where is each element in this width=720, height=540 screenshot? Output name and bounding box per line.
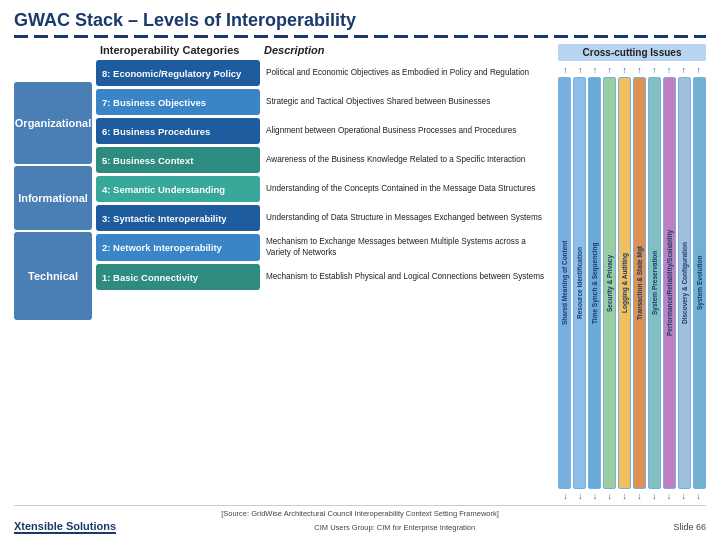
logo-text: Xtensible Solutions <box>14 520 116 534</box>
cross-col-2: Resource Identification <box>573 77 586 489</box>
arrow-down-5: ↓ <box>622 491 627 501</box>
cross-cutting-title: Cross-cutting Issues <box>558 44 706 61</box>
desc-box-level-6: Alignment between Operational Business P… <box>260 118 552 144</box>
cat-box-level-6: 6: Business Procedures <box>96 118 260 144</box>
footer: [Source: GridWise Architectural Council … <box>14 505 706 534</box>
cross-col-8: Performance/Reliability/Scalability <box>663 77 676 489</box>
left-section: Organizational Informational Technical I… <box>14 44 552 501</box>
arrow-up-3: ↑ <box>593 65 598 75</box>
table-row: 7: Business ObjectivesStrategic and Tact… <box>96 89 552 115</box>
logo-block: Xtensible Solutions <box>14 520 116 534</box>
table-row: 3: Syntactic InteroperabilityUnderstandi… <box>96 205 552 231</box>
cross-col-3: Time Synch & Sequencing <box>588 77 601 489</box>
cross-col-text-3: Time Synch & Sequencing <box>588 77 601 489</box>
page-title: GWAC Stack – Levels of Interoperability <box>14 10 706 31</box>
cross-col-text-9: Discovery & Configuration <box>678 77 691 489</box>
arrow-down-4: ↓ <box>608 491 613 501</box>
col-desc-header: Description <box>264 44 552 56</box>
cross-col-text-4: Security & Privacy <box>603 77 616 489</box>
col-cat-header: Interoperability Categories <box>96 44 264 56</box>
cat-box-level-8: 8: Economic/Regulatory Policy <box>96 60 260 86</box>
source-text: [Source: GridWise Architectural Council … <box>14 509 706 518</box>
arrow-up-7: ↑ <box>652 65 657 75</box>
cross-col-4: Security & Privacy <box>603 77 616 489</box>
table-row: 2: Network InteroperabilityMechanism to … <box>96 234 552 261</box>
arrow-down-7: ↓ <box>652 491 657 501</box>
cross-col-9: Discovery & Configuration <box>678 77 691 489</box>
desc-box-level-1: Mechanism to Establish Physical and Logi… <box>260 264 552 290</box>
org-label-technical: Technical <box>14 232 92 320</box>
desc-box-level-3: Understanding of Data Structure in Messa… <box>260 205 552 231</box>
arrow-down-10: ↓ <box>696 491 701 501</box>
desc-box-level-4: Understanding of the Concepts Contained … <box>260 176 552 202</box>
arrow-up-5: ↑ <box>622 65 627 75</box>
cross-arrows-top: ↑ ↑ ↑ ↑ ↑ ↑ ↑ ↑ ↑ ↑ <box>558 65 706 75</box>
table-row: 4: Semantic UnderstandingUnderstanding o… <box>96 176 552 202</box>
slide-number: Slide 66 <box>673 522 706 532</box>
cat-box-level-1: 1: Basic Connectivity <box>96 264 260 290</box>
table-row: 5: Business ContextAwareness of the Busi… <box>96 147 552 173</box>
cross-cols: Shared Meaning of ContentResource Identi… <box>558 77 706 489</box>
cross-col-text-8: Performance/Reliability/Scalability <box>663 77 676 489</box>
table-row: 1: Basic ConnectivityMechanism to Establ… <box>96 264 552 290</box>
arrow-down-6: ↓ <box>637 491 642 501</box>
desc-box-level-8: Political and Economic Objectives as Emb… <box>260 60 552 86</box>
right-section: Cross-cutting Issues ↑ ↑ ↑ ↑ ↑ ↑ ↑ ↑ ↑ ↑… <box>558 44 706 501</box>
cross-col-text-1: Shared Meaning of Content <box>558 77 571 489</box>
footer-bottom: Xtensible Solutions CIM Users Group: CIM… <box>14 520 706 534</box>
title-underline <box>14 35 706 38</box>
cat-box-level-2: 2: Network Interoperability <box>96 234 260 261</box>
table-row: 8: Economic/Regulatory PolicyPolitical a… <box>96 60 552 86</box>
cross-col-text-5: Logging & Auditing <box>618 77 631 489</box>
arrow-down-1: ↓ <box>563 491 568 501</box>
arrow-up-10: ↑ <box>696 65 701 75</box>
arrow-up-1: ↑ <box>563 65 568 75</box>
cross-col-7: System Preservation <box>648 77 661 489</box>
cat-box-level-5: 5: Business Context <box>96 147 260 173</box>
desc-box-level-5: Awareness of the Business Knowledge Rela… <box>260 147 552 173</box>
main-content: Organizational Informational Technical I… <box>14 44 706 501</box>
arrow-up-8: ↑ <box>667 65 672 75</box>
arrow-down-2: ↓ <box>578 491 583 501</box>
desc-box-level-7: Strategic and Tactical Objectives Shared… <box>260 89 552 115</box>
arrow-down-9: ↓ <box>682 491 687 501</box>
table-row: 6: Business ProceduresAlignment between … <box>96 118 552 144</box>
cat-box-level-4: 4: Semantic Understanding <box>96 176 260 202</box>
cross-col-6: Transaction & State Mgt <box>633 77 646 489</box>
cross-col-5: Logging & Auditing <box>618 77 631 489</box>
org-label-informational: Informational <box>14 166 92 230</box>
cat-box-level-7: 7: Business Objectives <box>96 89 260 115</box>
arrow-down-8: ↓ <box>667 491 672 501</box>
cat-box-level-3: 3: Syntactic Interoperability <box>96 205 260 231</box>
cim-text: CIM Users Group: CIM for Enterprise Inte… <box>314 523 475 532</box>
table-section: Interoperability Categories Description … <box>96 44 552 501</box>
cross-col-1: Shared Meaning of Content <box>558 77 571 489</box>
arrow-up-2: ↑ <box>578 65 583 75</box>
cross-arrows-bottom: ↓ ↓ ↓ ↓ ↓ ↓ ↓ ↓ ↓ ↓ <box>558 491 706 501</box>
cross-col-10: System Evolution <box>693 77 706 489</box>
table-rows: 8: Economic/Regulatory PolicyPolitical a… <box>96 60 552 293</box>
cross-col-text-2: Resource Identification <box>573 77 586 489</box>
arrow-up-9: ↑ <box>682 65 687 75</box>
org-labels: Organizational Informational Technical <box>14 82 92 501</box>
desc-box-level-2: Mechanism to Exchange Messages between M… <box>260 234 552 261</box>
cross-col-text-10: System Evolution <box>693 77 706 489</box>
page: GWAC Stack – Levels of Interoperability … <box>0 0 720 540</box>
org-label-organizational: Organizational <box>14 82 92 164</box>
arrow-up-4: ↑ <box>608 65 613 75</box>
cross-col-text-6: Transaction & State Mgt <box>633 77 646 489</box>
table-header: Interoperability Categories Description <box>96 44 552 56</box>
arrow-up-6: ↑ <box>637 65 642 75</box>
cross-col-text-7: System Preservation <box>648 77 661 489</box>
arrow-down-3: ↓ <box>593 491 598 501</box>
